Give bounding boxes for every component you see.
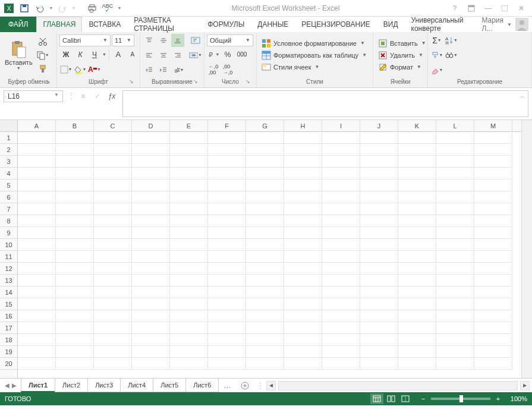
cell[interactable] (208, 191, 246, 203)
cell[interactable] (398, 322, 436, 334)
paste-button[interactable]: Вставить ▼ (2, 39, 35, 71)
cell[interactable] (132, 168, 170, 179)
zoom-out-button[interactable]: − (419, 395, 427, 402)
column-header[interactable]: D (132, 120, 170, 131)
cell[interactable] (246, 239, 284, 251)
cell[interactable] (208, 144, 246, 156)
row-header[interactable]: 4 (0, 168, 17, 179)
cell[interactable] (474, 358, 512, 370)
increase-indent-button[interactable] (157, 64, 170, 77)
cell[interactable] (398, 215, 436, 227)
cell[interactable] (246, 286, 284, 298)
cell[interactable] (284, 168, 322, 179)
tab-view[interactable]: ВИД (377, 17, 405, 32)
cell[interactable] (398, 358, 436, 370)
cell[interactable] (322, 275, 360, 286)
column-header[interactable]: F (208, 120, 246, 131)
cell[interactable] (18, 286, 56, 298)
row-header[interactable]: 10 (0, 239, 17, 251)
cell[interactable] (360, 346, 398, 358)
column-header[interactable]: I (322, 120, 360, 131)
cell[interactable] (246, 263, 284, 275)
accounting-format-button[interactable]: ₽▼ (207, 48, 220, 61)
sheet-tab[interactable]: Лист6 (185, 379, 219, 392)
cell[interactable] (170, 263, 208, 275)
cell[interactable] (398, 239, 436, 251)
cell[interactable] (170, 346, 208, 358)
align-top-button[interactable] (143, 34, 156, 47)
bold-button[interactable]: Ж (59, 48, 73, 61)
cell[interactable] (322, 168, 360, 179)
alignment-launcher[interactable]: ↘ (193, 78, 200, 86)
sheet-tab[interactable]: Лист2 (55, 379, 88, 392)
cell[interactable] (18, 191, 56, 203)
cell[interactable] (474, 334, 512, 346)
cell[interactable] (284, 203, 322, 215)
cell[interactable] (436, 346, 474, 358)
user-avatar[interactable] (515, 18, 528, 31)
cell[interactable] (322, 191, 360, 203)
cell[interactable] (284, 298, 322, 310)
find-button[interactable]: ▼ (445, 49, 458, 62)
underline-button[interactable]: Ч (88, 48, 101, 61)
cell[interactable] (284, 179, 322, 191)
cell[interactable] (246, 191, 284, 203)
row-header[interactable]: 5 (0, 179, 17, 191)
number-format-combo[interactable]: Общий▼ (207, 34, 253, 46)
cell[interactable] (56, 156, 94, 168)
cell[interactable] (208, 203, 246, 215)
fill-button[interactable]: ▼ (430, 49, 443, 62)
cell[interactable] (474, 322, 512, 334)
cell[interactable] (170, 144, 208, 156)
cell[interactable] (94, 156, 132, 168)
redo-button[interactable] (56, 2, 69, 15)
row-header[interactable]: 13 (0, 275, 17, 286)
cell[interactable] (284, 132, 322, 144)
cell[interactable] (436, 286, 474, 298)
cell[interactable] (208, 168, 246, 179)
cell[interactable] (94, 191, 132, 203)
name-box[interactable]: L16▼ (4, 90, 63, 102)
cell[interactable] (56, 144, 94, 156)
cell[interactable] (474, 251, 512, 263)
cell[interactable] (436, 263, 474, 275)
cell[interactable] (94, 168, 132, 179)
cell[interactable] (208, 251, 246, 263)
cell[interactable] (94, 203, 132, 215)
merge-button[interactable]: ▼ (189, 49, 202, 62)
cell[interactable] (56, 275, 94, 286)
cell[interactable] (170, 322, 208, 334)
borders-button[interactable]: ▼ (59, 63, 73, 76)
cell[interactable] (94, 334, 132, 346)
column-header[interactable]: K (398, 120, 436, 131)
cell[interactable] (56, 346, 94, 358)
cell[interactable] (18, 346, 56, 358)
vertical-scrollbar[interactable] (521, 120, 532, 378)
row-header[interactable]: 14 (0, 286, 17, 298)
cell[interactable] (94, 227, 132, 239)
cell[interactable] (474, 144, 512, 156)
cell[interactable] (18, 156, 56, 168)
zoom-in-button[interactable]: + (494, 395, 502, 402)
sheet-tab[interactable]: Лист4 (120, 379, 153, 392)
cell[interactable] (360, 156, 398, 168)
tab-home[interactable]: ГЛАВНАЯ (36, 17, 82, 32)
cell[interactable] (18, 179, 56, 191)
cell[interactable] (94, 144, 132, 156)
cell[interactable] (208, 358, 246, 370)
cell[interactable] (170, 239, 208, 251)
cell[interactable] (18, 263, 56, 275)
cell[interactable] (56, 358, 94, 370)
cell[interactable] (398, 203, 436, 215)
copy-button[interactable]: ▼ (36, 49, 49, 62)
cell[interactable] (360, 251, 398, 263)
cell[interactable] (94, 310, 132, 322)
column-header[interactable]: E (170, 120, 208, 131)
cell[interactable] (322, 310, 360, 322)
orientation-button[interactable]: ab▼ (171, 64, 184, 77)
row-header[interactable]: 7 (0, 203, 17, 215)
cell[interactable] (208, 156, 246, 168)
cell[interactable] (94, 322, 132, 334)
cell[interactable] (94, 298, 132, 310)
cell[interactable] (474, 203, 512, 215)
